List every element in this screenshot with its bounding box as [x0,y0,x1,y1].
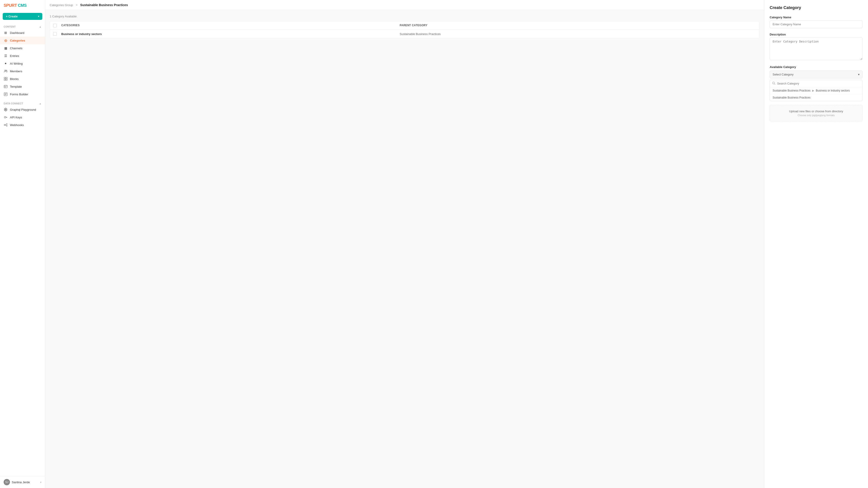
upload-main-text: Upload new files or choose from director… [774,109,859,113]
forms-builder-icon [4,92,8,96]
sidebar-item-label: Dashboard [10,31,24,35]
sidebar-item-members[interactable]: Members [0,67,45,75]
description-input[interactable] [770,37,863,60]
dashboard-icon: ⊞ [4,31,8,35]
svg-point-21 [4,125,5,125]
svg-rect-6 [4,85,7,88]
category-path-2: Sustainable Business Practices [773,96,810,99]
sidebar-item-dashboard[interactable]: ⊞ Dashboard [0,29,45,37]
svg-point-23 [6,125,7,126]
row-parent-category: Sustainable Business Practices [400,32,738,36]
content-chevron-icon: ▲ [39,26,41,28]
sidebar-item-label: Graphql Playground [10,108,36,111]
svg-line-27 [774,84,775,85]
svg-line-25 [5,125,6,126]
category-arrow-icon: ▶ [812,89,814,92]
sidebar-item-forms-builder[interactable]: Forms Builder [0,90,45,98]
table-header-categories: Categories [61,24,400,27]
row-checkbox[interactable] [53,32,57,36]
data-connect-chevron-icon: ▲ [39,102,41,105]
webhooks-icon [4,123,8,127]
category-list-item[interactable]: Sustainable Business Practices [770,94,862,101]
svg-line-24 [5,124,6,125]
sidebar-item-template[interactable]: Template [0,83,45,90]
sidebar-item-ai-writing[interactable]: ✦ AI Writing [0,60,45,67]
svg-point-17 [4,117,6,118]
select-all-checkbox[interactable] [53,24,57,27]
create-arrow-icon: ▾ [38,15,39,18]
category-count: 1 Category Available [50,15,760,18]
sidebar-item-label: Forms Builder [10,93,28,96]
sidebar: SPURT CMS + Create ▾ CONTENT ▲ ⊞ Dashboa… [0,0,45,488]
members-icon [4,69,8,73]
breadcrumb-current: Sustainable Business Practices [80,3,128,7]
table-row: Business or industry sectors Sustainable… [50,30,759,38]
svg-rect-2 [4,77,5,78]
svg-point-0 [5,70,6,71]
dropdown-arrow-icon: ▾ [858,73,860,76]
sidebar-item-label: Categories [10,39,25,42]
category-search-box: Sustainable Business Practices ▶ Busines… [770,80,863,101]
create-button[interactable]: + Create ▾ [3,13,42,20]
panel-title: Create Category [770,5,863,10]
upload-sub-text: Choose only jpg/jpeg/png formats [774,114,859,117]
row-category-name: Business or industry sectors [61,32,400,36]
sidebar-item-channels[interactable]: ▦ Channels [0,44,45,52]
user-name: Santina Jerde [12,481,30,484]
sidebar-item-graphql[interactable]: Graphql Playground [0,106,45,113]
sidebar-item-label: Members [10,70,22,73]
table-header-actions [738,24,756,27]
sidebar-item-label: Template [10,85,22,88]
logo-cms: CMS [17,3,27,8]
sidebar-item-label: Webhooks [10,123,24,127]
ai-writing-icon: ✦ [4,61,8,66]
category-name-input[interactable] [770,20,863,28]
user-profile[interactable]: SJ Santina Jerde ▾ [0,476,45,488]
data-connect-section-header: DATA CONNECT ▲ [0,100,45,106]
sidebar-item-categories[interactable]: ◎ Categories [0,37,45,44]
avatar: SJ [4,479,10,485]
sidebar-item-api-keys[interactable]: API Keys [0,113,45,121]
select-category-dropdown[interactable]: Select Category ▾ [770,70,863,78]
main-body: 1 Category Available Categories Parent C… [45,10,764,488]
select-category-text: Select Category [773,73,794,76]
content-section-header: CONTENT ▲ [0,24,45,29]
svg-point-1 [6,70,7,71]
svg-rect-3 [6,77,7,78]
search-icon [772,82,775,86]
sidebar-item-label: Channels [10,46,22,50]
template-icon [4,85,8,89]
graphql-icon [4,107,8,111]
row-checkbox-cell [53,32,61,36]
category-search-input[interactable] [777,82,860,85]
user-chevron-icon: ▾ [40,481,41,484]
description-label: Description [770,33,863,36]
table-header-parent: Parent Category [400,24,738,27]
sidebar-item-label: API Keys [10,116,22,119]
upload-section[interactable]: Upload new files or choose from director… [770,105,863,121]
main-header: Categories Group > Sustainable Business … [45,0,764,10]
description-group: Description [770,33,863,61]
entries-icon: ☰ [4,54,8,58]
category-name-group: Category Name [770,15,863,28]
sidebar-item-label: Blocks [10,77,19,80]
sidebar-item-blocks[interactable]: Blocks [0,75,45,83]
sidebar-item-entries[interactable]: ☰ Entries [0,52,45,60]
api-keys-icon [4,115,8,119]
svg-point-22 [6,124,7,125]
logo-spurt: SPURT [4,3,17,8]
create-category-panel: Create Category Category Name Descriptio… [764,0,868,488]
categories-table: Categories Parent Category Business or i… [50,21,760,38]
breadcrumb-separator: > [76,3,78,7]
categories-icon: ◎ [4,38,8,42]
app-logo: SPURT CMS [0,0,45,11]
category-list-item[interactable]: Sustainable Business Practices ▶ Busines… [770,87,862,94]
main-content: Categories Group > Sustainable Business … [45,0,764,488]
table-header-checkbox [53,24,61,27]
search-row [770,80,862,87]
svg-rect-5 [6,79,7,80]
sidebar-item-webhooks[interactable]: Webhooks [0,121,45,129]
blocks-icon [4,77,8,81]
category-name-label: Category Name [770,15,863,19]
svg-rect-4 [4,79,5,80]
